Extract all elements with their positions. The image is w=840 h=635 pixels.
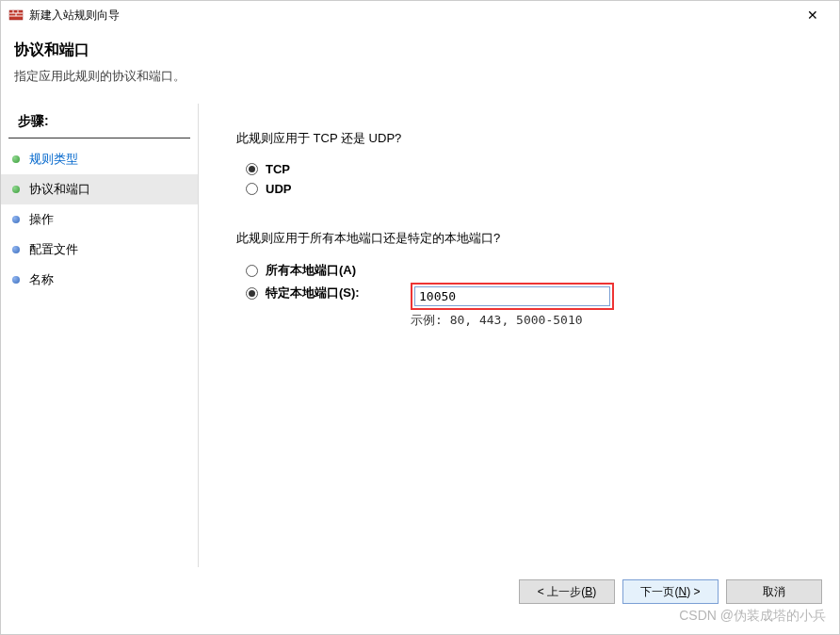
- page-title: 协议和端口: [14, 41, 826, 60]
- watermark-text: CSDN @伪装成塔的小兵: [679, 608, 826, 625]
- step-item[interactable]: 规则类型: [1, 144, 198, 174]
- step-label: 名称: [29, 271, 54, 288]
- next-button[interactable]: 下一页(N) >: [622, 579, 719, 604]
- step-item: 名称: [1, 265, 198, 295]
- radio-specific-ports-label: 特定本地端口(S):: [266, 285, 360, 301]
- wizard-button-bar: < 上一步(B) 下一页(N) > 取消: [519, 579, 822, 604]
- radio-icon: [246, 183, 258, 195]
- radio-tcp-label: TCP: [266, 162, 290, 176]
- step-bullet-icon: [12, 155, 20, 163]
- main-panel: 此规则应用于 TCP 还是 UDP? TCP UDP 此规则应用于所有本地端口还…: [199, 104, 839, 567]
- step-bullet-icon: [12, 186, 20, 193]
- step-label: 规则类型: [29, 151, 78, 168]
- radio-icon: [246, 163, 258, 175]
- port-input[interactable]: [414, 286, 610, 306]
- step-item: 操作: [1, 204, 198, 235]
- steps-heading: 步骤:: [8, 111, 190, 138]
- radio-icon: [246, 265, 258, 277]
- back-button[interactable]: < 上一步(B): [519, 579, 615, 604]
- titlebar: 新建入站规则向导 ✕: [1, 1, 839, 29]
- radio-udp[interactable]: UDP: [246, 182, 801, 196]
- radio-specific-ports[interactable]: 特定本地端口(S):: [246, 285, 411, 301]
- port-section: 所有本地端口(A) 特定本地端口(S): 示例: 80, 443, 5000-5…: [236, 262, 801, 329]
- content-area: 步骤: 规则类型协议和端口操作配置文件名称 此规则应用于 TCP 还是 UDP?…: [1, 104, 839, 567]
- firewall-icon: [8, 8, 24, 23]
- port-input-highlight: [411, 283, 614, 310]
- protocol-question: 此规则应用于 TCP 还是 UDP?: [236, 130, 801, 147]
- steps-sidebar: 步骤: 规则类型协议和端口操作配置文件名称: [1, 104, 199, 567]
- port-input-area: 示例: 80, 443, 5000-5010: [411, 283, 614, 329]
- cancel-button[interactable]: 取消: [726, 579, 822, 604]
- radio-all-ports[interactable]: 所有本地端口(A): [246, 262, 411, 279]
- radio-tcp[interactable]: TCP: [246, 162, 801, 176]
- port-radio-group: 所有本地端口(A) 特定本地端口(S):: [246, 262, 411, 307]
- step-bullet-icon: [12, 276, 20, 284]
- step-item: 配置文件: [1, 235, 198, 265]
- step-label: 协议和端口: [29, 181, 90, 198]
- step-item: 协议和端口: [1, 174, 198, 204]
- window-title: 新建入站规则向导: [29, 8, 794, 24]
- step-label: 操作: [29, 211, 54, 228]
- step-label: 配置文件: [29, 241, 78, 258]
- close-button[interactable]: ✕: [794, 1, 832, 29]
- step-bullet-icon: [12, 216, 20, 223]
- wizard-header: 协议和端口 指定应用此规则的协议和端口。: [1, 29, 839, 104]
- protocol-radio-group: TCP UDP: [246, 162, 801, 196]
- radio-all-ports-label: 所有本地端口(A): [266, 262, 356, 279]
- port-example-text: 示例: 80, 443, 5000-5010: [411, 312, 614, 329]
- page-subtitle: 指定应用此规则的协议和端口。: [14, 68, 826, 85]
- radio-icon: [246, 287, 258, 300]
- radio-udp-label: UDP: [266, 182, 291, 196]
- step-bullet-icon: [12, 246, 20, 253]
- port-question: 此规则应用于所有本地端口还是特定的本地端口?: [236, 230, 801, 247]
